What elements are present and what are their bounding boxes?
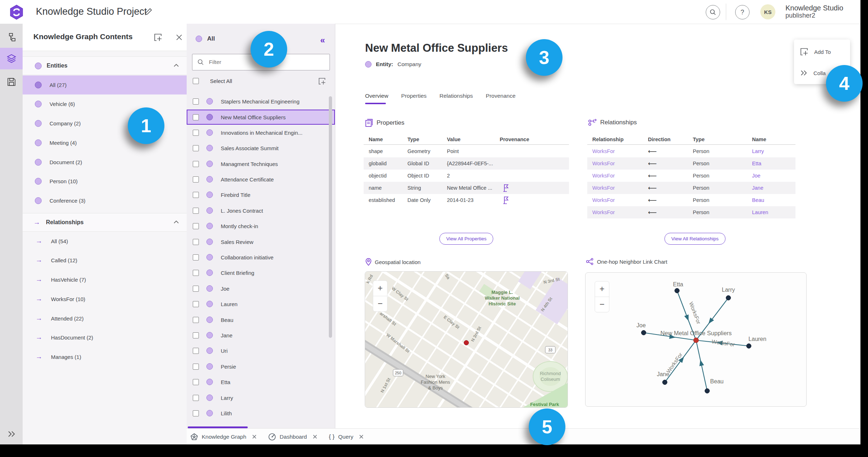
list-item[interactable]: Managment Techniques [187, 157, 335, 171]
checkbox[interactable] [193, 395, 199, 401]
rail-hierarchy-button[interactable] [0, 27, 23, 48]
list-item[interactable]: Collaboration initiative [187, 250, 335, 264]
list-item[interactable]: Client Briefing [187, 266, 335, 280]
tab-properties[interactable]: Properties [401, 93, 427, 99]
search-button[interactable] [706, 5, 720, 19]
checkbox[interactable] [193, 223, 199, 229]
view-all-relationships-button[interactable]: View All Relationships [664, 233, 725, 245]
checkbox[interactable] [193, 410, 199, 416]
close-tab-icon[interactable] [313, 434, 317, 439]
select-all-checkbox[interactable] [193, 78, 199, 84]
entity-filter-person[interactable]: Person (10) [23, 174, 187, 188]
list-item[interactable]: Attendance Certificate [187, 172, 335, 186]
checkbox[interactable] [193, 301, 199, 307]
help-button[interactable]: ? [735, 5, 750, 19]
checkbox[interactable] [193, 379, 199, 385]
rel-name-link[interactable]: Lauren [752, 209, 768, 215]
list-item[interactable]: Etta [187, 375, 335, 389]
rail-save-button[interactable] [0, 71, 23, 93]
list-item[interactable]: L. Jones Contract [187, 204, 335, 217]
checkbox[interactable] [193, 208, 199, 214]
rel-link[interactable]: WorksFor [592, 161, 615, 166]
avatar[interactable]: KS [760, 4, 775, 19]
tab-relationships[interactable]: Relationships [439, 93, 473, 99]
checkbox[interactable] [193, 317, 199, 323]
node-lauren[interactable] [747, 344, 751, 348]
list-item[interactable]: Lilith [187, 406, 335, 420]
checkbox[interactable] [193, 239, 199, 245]
zoom-in-button[interactable]: + [599, 284, 605, 294]
list-item[interactable]: Innovations in Mechanical Engin... [187, 126, 335, 139]
entity-filter-all[interactable]: All (27) [23, 75, 187, 94]
rel-link[interactable]: WorksFor [592, 209, 615, 215]
collapse-button[interactable]: Colla [800, 70, 826, 76]
rel-filter-hasdocument[interactable]: → HasDocument (2) [23, 330, 187, 345]
node-joe[interactable] [641, 331, 646, 335]
tab-overview[interactable]: Overview [365, 93, 388, 99]
edit-pencil-icon[interactable] [144, 7, 153, 17]
node-beau[interactable] [705, 389, 710, 393]
rel-filter-hasvehicle[interactable]: → HasVehicle (7) [23, 272, 187, 287]
zoom-out-button[interactable]: − [599, 299, 605, 309]
checkbox[interactable] [193, 130, 199, 136]
rel-filter-attended[interactable]: → Attended (22) [23, 311, 187, 326]
entity-filter-vehicle[interactable]: Vehicle (6) [23, 97, 187, 111]
tab-query[interactable]: { } Query [329, 433, 364, 440]
rel-filter-all[interactable]: → All (54) [23, 234, 187, 248]
checkbox[interactable] [193, 348, 199, 354]
entity-filter-conference[interactable]: Conference (3) [23, 193, 187, 208]
vertical-scrollbar[interactable] [329, 96, 332, 338]
list-item[interactable]: Joe [187, 282, 335, 295]
zoom-out-button[interactable]: − [378, 299, 383, 308]
list-item[interactable]: Beau [187, 313, 335, 327]
checkbox[interactable] [193, 98, 199, 105]
rel-filter-worksfor[interactable]: → WorksFor (10) [23, 292, 187, 306]
node-larry[interactable] [726, 296, 731, 300]
checkbox[interactable] [193, 332, 199, 338]
checkbox[interactable] [193, 254, 199, 260]
close-tab-icon[interactable] [359, 434, 364, 439]
rel-name-link[interactable]: Beau [752, 197, 764, 203]
rail-layers-button[interactable] [0, 48, 23, 69]
provenance-flag-icon[interactable] [503, 184, 510, 192]
list-item[interactable]: Sales Review [187, 235, 335, 249]
rel-filter-called[interactable]: → Called (12) [23, 253, 187, 267]
node-center[interactable] [694, 338, 699, 343]
map-zoom-controls[interactable]: + − [373, 281, 387, 311]
tab-dashboard[interactable]: Dashboard [268, 433, 317, 441]
checkbox[interactable] [193, 364, 199, 370]
list-item[interactable]: Larry [187, 391, 335, 405]
collapse-panel-icon[interactable]: « [320, 35, 325, 45]
node-jane[interactable] [663, 380, 667, 385]
list-item[interactable]: Jane [187, 328, 335, 342]
list-item[interactable]: Sales Associate Summit [187, 141, 335, 155]
list-item[interactable]: Montly check-in [187, 219, 335, 233]
close-tab-icon[interactable] [252, 434, 257, 439]
rel-name-link[interactable]: Etta [752, 161, 761, 166]
checkbox[interactable] [193, 286, 199, 292]
list-item-selected[interactable]: New Metal Office Suppliers [187, 110, 335, 125]
rel-link[interactable]: WorksFor [592, 185, 615, 191]
chart-zoom-controls[interactable]: + − [595, 281, 609, 312]
map-panel[interactable]: W Clay St Sa E Clay St arshall St W Mars… [365, 271, 568, 408]
checkbox[interactable] [193, 192, 199, 198]
list-item[interactable]: Staplers Mechanical Engineering [187, 94, 335, 108]
checkbox[interactable] [193, 270, 199, 276]
relationships-section-header[interactable]: → Relationships [23, 213, 187, 232]
checkbox[interactable] [193, 145, 199, 151]
zoom-in-button[interactable]: + [378, 283, 383, 293]
rel-filter-manages[interactable]: → Manages (1) [23, 350, 187, 364]
entities-section-header[interactable]: Entities [23, 56, 187, 75]
list-item[interactable]: Uri [187, 344, 335, 357]
rel-link[interactable]: WorksFor [592, 148, 615, 154]
list-item[interactable]: Lauren [187, 297, 335, 311]
provenance-flag-icon[interactable] [503, 196, 510, 204]
close-panel-icon[interactable] [176, 34, 183, 41]
node-etta[interactable] [675, 288, 680, 293]
add-to-new-icon[interactable] [154, 33, 162, 42]
entity-filter-meeting[interactable]: Meeting (4) [23, 135, 187, 150]
rel-link[interactable]: WorksFor [592, 197, 615, 203]
add-to-button[interactable]: Add To [800, 47, 831, 56]
rel-link[interactable]: WorksFor [592, 173, 615, 179]
add-to-new-icon[interactable] [318, 77, 326, 85]
